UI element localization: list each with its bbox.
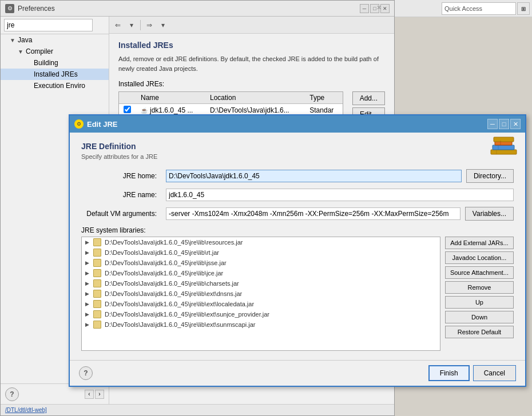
jar-icon [93, 259, 101, 267]
lib-item[interactable]: ▶ D:\DevTools\Java\jdk1.6.0_45\jre\lib\e… [82, 299, 440, 309]
remove-btn[interactable]: Remove [445, 281, 514, 294]
lib-item[interactable]: ▶ D:\DevTools\Java\jdk1.6.0_45\jre\lib\e… [82, 319, 440, 330]
jar-icon [93, 279, 101, 287]
finish-btn[interactable]: Finish [428, 365, 470, 381]
jre-name-input[interactable] [166, 189, 514, 201]
jres-table-label: Installed JREs: [118, 80, 385, 88]
dialog-section-title: JRE Definition [81, 142, 514, 151]
lib-item[interactable]: ▶ D:\DevTools\Java\jdk1.6.0_45\jre\lib\j… [82, 268, 440, 278]
sidebar-item-java[interactable]: ▼ Java [1, 34, 109, 46]
jre-checkbox[interactable] [124, 106, 131, 113]
back-btn[interactable]: ⇐ [112, 19, 124, 31]
scroll-left-btn[interactable]: ‹ [85, 390, 94, 399]
lib-item[interactable]: ▶ D:\DevTools\Java\jdk1.6.0_45\jre\lib\c… [82, 278, 440, 289]
variables-btn[interactable]: Variables... [465, 207, 514, 221]
dialog-footer-buttons: Finish Cancel [428, 365, 516, 381]
dialog-restore-btn[interactable]: □ [499, 119, 509, 129]
svg-rect-1 [493, 145, 514, 150]
jre-home-row: JRE home: Directory... [81, 169, 514, 183]
up-btn[interactable]: Up [445, 296, 514, 309]
prefs-statusbar: /DTL/dtl/dtl-web] [1, 404, 394, 415]
panel-title: Installed JREs [118, 41, 385, 50]
jar-icon [93, 300, 101, 308]
jre-name-label: JRE name: [81, 191, 161, 199]
prefs-search-input[interactable] [4, 19, 93, 31]
dialog-titlebar: ⚙ Edit JRE ─ □ ✕ [70, 115, 525, 133]
panel-desc: Add, remove or edit JRE definitions. By … [118, 54, 385, 73]
libraries-section: ▶ D:\DevTools\Java\jdk1.6.0_45\jre\lib\r… [81, 237, 514, 351]
add-external-jars-btn[interactable]: Add External JARs... [445, 237, 514, 249]
sidebar-item-installed-jres[interactable]: Installed JREs [1, 69, 109, 80]
dialog-help-btn[interactable]: ? [79, 366, 93, 380]
prefs-toolbar: ⇐ ▾ ⇒ ▾ [109, 17, 394, 34]
prefs-title: Preferences [18, 5, 55, 13]
jar-icon [93, 269, 101, 277]
prefs-help-btn[interactable]: ? [5, 387, 19, 401]
sidebar-compiler-label: Compiler [26, 47, 53, 55]
col-name: Name [136, 92, 205, 104]
forward-dropdown-btn[interactable]: ▾ [125, 19, 138, 31]
libraries-buttons: Add External JARs... Javadoc Location...… [445, 237, 514, 351]
libraries-list[interactable]: ▶ D:\DevTools\Java\jdk1.6.0_45\jre\lib\r… [81, 237, 440, 351]
lib-item[interactable]: ▶ D:\DevTools\Java\jdk1.6.0_45\jre\lib\r… [82, 247, 440, 258]
jre-name-row: JRE name: [81, 189, 514, 201]
compiler-arrow: ▼ [18, 49, 23, 55]
libraries-label: JRE system libraries: [81, 226, 514, 234]
col-location: Location [205, 92, 305, 104]
vm-args-input[interactable] [166, 207, 460, 220]
minimize-btn[interactable]: ─ [360, 4, 369, 13]
forward-btn[interactable]: ⇒ [143, 19, 156, 31]
dialog-section-desc: Specify attributes for a JRE [81, 153, 514, 160]
sidebar-jres-label: Installed JREs [34, 70, 78, 78]
jre-home-label: JRE home: [81, 172, 161, 180]
jar-icon [93, 310, 101, 318]
svg-rect-3 [494, 137, 514, 142]
lib-item[interactable]: ▶ D:\DevTools\Java\jdk1.6.0_45\jre\lib\e… [82, 289, 440, 299]
lib-item[interactable]: ▶ D:\DevTools\Java\jdk1.6.0_45\jre\lib\j… [82, 258, 440, 268]
down-btn[interactable]: Down [445, 311, 514, 323]
jar-icon [93, 321, 101, 329]
dialog-footer: ? Finish Cancel [70, 360, 525, 386]
vm-args-label: Default VM arguments: [81, 210, 161, 218]
search-row: ✕ [1, 17, 109, 34]
edit-jre-dialog: ⚙ Edit JRE ─ □ ✕ JRE Definiti [69, 114, 526, 387]
directory-btn[interactable]: Directory... [466, 169, 514, 183]
sidebar-building-label: Building [34, 59, 58, 67]
sidebar-item-execution-env[interactable]: Execution Enviro [1, 80, 109, 91]
vm-args-row: Default VM arguments: Variables... [81, 207, 514, 221]
jar-icon [93, 290, 101, 298]
dialog-body: JRE Definition Specify attributes for a … [70, 133, 525, 360]
prefs-titlebar: ⚙ Preferences ─ □ ✕ [1, 1, 394, 17]
prefs-icon: ⚙ [5, 4, 14, 13]
source-attachment-btn[interactable]: Source Attachment... [445, 266, 514, 279]
restore-default-btn[interactable]: Restore Default [445, 326, 514, 338]
jre-home-input[interactable] [166, 170, 462, 182]
sidebar-item-building[interactable]: Building [1, 57, 109, 69]
sidebar-exec-label: Execution Enviro [34, 82, 85, 90]
jar-icon [93, 249, 101, 257]
sidebar-java-label: Java [18, 36, 32, 44]
fwd-dropdown-btn2[interactable]: ▾ [157, 19, 169, 31]
perspectives-btn[interactable]: ⊞ [517, 2, 530, 15]
scroll-right-btn[interactable]: › [95, 390, 104, 399]
java-arrow: ▼ [10, 37, 15, 43]
jar-icon [93, 238, 101, 246]
col-type: Type [305, 92, 342, 104]
add-jre-btn[interactable]: Add... [352, 91, 385, 105]
javadoc-location-btn[interactable]: Javadoc Location... [445, 251, 514, 264]
books-decoration [488, 133, 519, 163]
sidebar-item-compiler[interactable]: ▼ Compiler [1, 46, 109, 57]
lib-item[interactable]: ▶ D:\DevTools\Java\jdk1.6.0_45\jre\lib\e… [82, 309, 440, 319]
dialog-minimize-btn[interactable]: ─ [487, 119, 498, 129]
cancel-btn[interactable]: Cancel [473, 365, 516, 381]
quick-access-label: Quick Access [444, 5, 482, 12]
lib-item[interactable]: ▶ D:\DevTools\Java\jdk1.6.0_45\jre\lib\r… [82, 237, 440, 247]
close-btn[interactable]: ✕ [380, 4, 390, 13]
breadcrumb: /DTL/dtl/dtl-web] [5, 407, 47, 413]
jres-table: Name Location Type [119, 92, 343, 117]
dialog-title: Edit JRE [87, 120, 117, 129]
svg-rect-0 [491, 150, 517, 154]
dialog-close-btn[interactable]: ✕ [510, 119, 521, 129]
edit-jre-icon: ⚙ [74, 119, 84, 129]
